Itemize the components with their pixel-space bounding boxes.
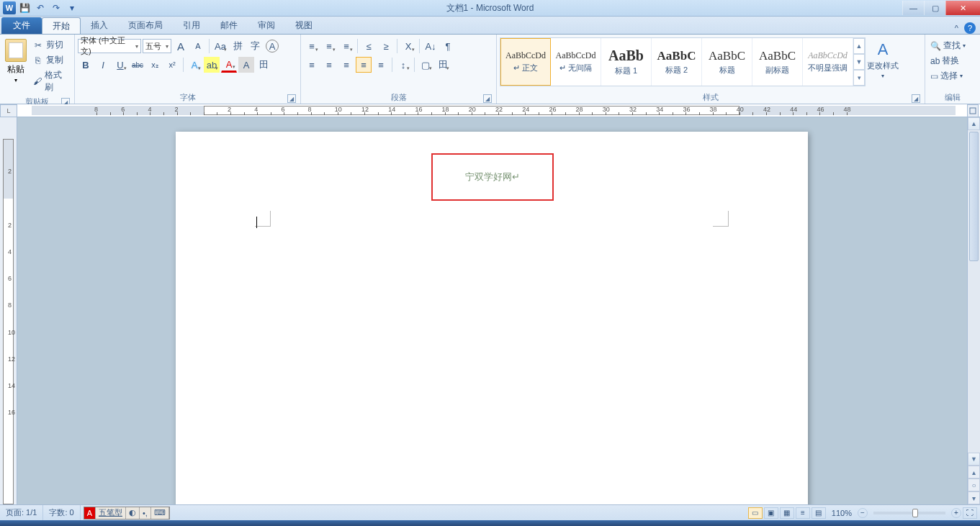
scroll-up-button[interactable]: ▲ <box>968 117 980 130</box>
ruler-toggle-button[interactable] <box>967 104 979 117</box>
view-web-layout[interactable]: ▦ <box>780 507 794 519</box>
prev-page-button[interactable]: ▴ <box>968 466 980 479</box>
style-heading2[interactable]: AaBbC标题 2 <box>652 38 702 86</box>
vertical-ruler[interactable]: 2246810121416 <box>0 117 17 504</box>
font-color-button[interactable]: A▾ <box>221 57 237 73</box>
styles-scroll-down[interactable]: ▼ <box>853 54 865 70</box>
font-dialog-launcher[interactable]: ◢ <box>287 94 296 103</box>
scroll-thumb[interactable] <box>969 132 979 261</box>
strikethrough-button[interactable]: abc <box>130 57 145 73</box>
style-no-spacing[interactable]: AaBbCcDd↵ 无间隔 <box>551 38 601 86</box>
ime-name[interactable]: 五笔型 <box>96 507 126 519</box>
app-icon[interactable]: W <box>3 1 16 14</box>
close-button[interactable]: ✕ <box>945 1 980 15</box>
zoom-fit-button[interactable]: ⛶ <box>963 507 977 519</box>
tab-insert[interactable]: 插入 <box>81 17 118 34</box>
format-painter-button[interactable]: 🖌格式刷 <box>31 68 70 94</box>
grow-font-button[interactable]: A <box>173 38 189 54</box>
document-viewport[interactable]: 宁双学好网↵ <box>17 117 967 504</box>
styles-dialog-launcher[interactable]: ◢ <box>912 94 920 103</box>
align-distributed-button[interactable]: ≡ <box>373 57 389 73</box>
style-subtle-emphasis[interactable]: AaBbCcDd不明显强调 <box>803 38 853 86</box>
text-effects-button[interactable]: A▾ <box>186 57 202 73</box>
view-outline[interactable]: ≡ <box>796 507 810 519</box>
qat-redo-button[interactable]: ↷ <box>49 1 63 14</box>
ribbon-minimize-button[interactable]: ^ <box>955 24 958 32</box>
tab-references[interactable]: 引用 <box>173 17 210 34</box>
numbering-button[interactable]: ≡▾ <box>321 38 337 54</box>
change-styles-button[interactable]: A 更改样式 ▾ <box>866 37 900 82</box>
align-right-button[interactable]: ≡ <box>338 57 354 73</box>
help-button[interactable]: ? <box>964 22 976 34</box>
ime-shape[interactable]: ◐ <box>126 507 140 519</box>
superscript-button[interactable]: x² <box>164 57 180 73</box>
select-button[interactable]: ▭选择▾ <box>928 69 965 83</box>
font-family-combo[interactable]: 宋体 (中文正文)▾ <box>78 39 141 53</box>
word-count[interactable]: 字数: 0 <box>43 505 80 520</box>
style-heading1[interactable]: AaBb标题 1 <box>601 38 652 86</box>
bold-button[interactable]: B <box>78 57 94 73</box>
tab-view[interactable]: 视图 <box>285 17 323 34</box>
styles-scroll-up[interactable]: ▲ <box>853 38 865 54</box>
underline-button[interactable]: U▾ <box>112 57 128 73</box>
scroll-track[interactable] <box>968 130 980 453</box>
browse-object-button[interactable]: ○ <box>968 479 980 491</box>
copy-button[interactable]: ⎘复制 <box>31 53 70 67</box>
scroll-down-button[interactable]: ▼ <box>968 453 980 466</box>
increase-indent-button[interactable]: ≥ <box>378 38 394 54</box>
ime-punct[interactable]: •, <box>140 507 151 519</box>
zoom-level[interactable]: 110% <box>832 509 852 517</box>
show-marks-button[interactable]: ¶ <box>440 38 456 54</box>
shrink-font-button[interactable]: A <box>190 38 206 54</box>
change-case-button[interactable]: Aa▾ <box>212 38 228 54</box>
view-print-layout[interactable]: ▭ <box>748 507 763 519</box>
font-size-combo[interactable]: 五号▾ <box>143 39 171 53</box>
tab-review[interactable]: 审阅 <box>248 17 285 34</box>
bullets-button[interactable]: ≡▾ <box>304 38 320 54</box>
zoom-out-button[interactable]: − <box>858 508 868 518</box>
zoom-slider[interactable] <box>873 512 945 514</box>
tab-mailings[interactable]: 邮件 <box>210 17 248 34</box>
cut-button[interactable]: ✂剪切 <box>31 38 70 52</box>
view-full-screen[interactable]: ▣ <box>764 507 778 519</box>
tab-page-layout[interactable]: 页面布局 <box>118 17 173 34</box>
page[interactable]: 宁双学好网↵ <box>176 132 808 504</box>
style-subtitle[interactable]: AaBbC副标题 <box>752 38 803 86</box>
styles-expand[interactable]: ▾ <box>853 70 865 86</box>
multilevel-list-button[interactable]: ≡▾ <box>338 38 354 54</box>
ime-softkb[interactable]: ⌨ <box>151 507 169 519</box>
qat-customize-button[interactable]: ▾ <box>65 1 79 14</box>
tab-file[interactable]: 文件 <box>1 17 42 34</box>
borders-button[interactable]: 田▾ <box>435 57 451 73</box>
horizontal-ruler[interactable]: 8642246810121416182022242628303234363840… <box>17 104 980 117</box>
sort-button[interactable]: A↓ <box>423 38 439 54</box>
asian-layout-button[interactable]: X▾ <box>400 38 416 54</box>
align-left-button[interactable]: ≡ <box>304 57 320 73</box>
decrease-indent-button[interactable]: ≤ <box>361 38 377 54</box>
style-title[interactable]: AaBbC标题 <box>702 38 752 86</box>
tab-selector[interactable]: L <box>0 104 17 117</box>
char-box-button[interactable]: 田 <box>256 57 271 73</box>
qat-undo-button[interactable]: ↶ <box>33 1 48 14</box>
minimize-button[interactable]: — <box>902 1 924 15</box>
subscript-button[interactable]: x₂ <box>147 57 163 73</box>
replace-button[interactable]: ab替换 <box>928 54 961 68</box>
char-shading-button[interactable]: A <box>238 57 254 73</box>
align-justify-button[interactable]: ≡ <box>356 57 372 73</box>
ime-icon[interactable]: A <box>84 507 96 519</box>
find-button[interactable]: 🔍查找▾ <box>928 39 968 53</box>
shading-button[interactable]: ▢▾ <box>418 57 433 73</box>
view-draft[interactable]: ▤ <box>812 507 826 519</box>
align-center-button[interactable]: ≡ <box>321 57 337 73</box>
style-normal[interactable]: AaBbCcDd↵ 正文 <box>500 38 551 86</box>
enclose-char-button[interactable]: A <box>266 40 279 53</box>
phonetic-guide-button[interactable]: 拼 <box>230 38 246 54</box>
char-border-button[interactable]: 字 <box>247 38 263 54</box>
paste-button[interactable]: 粘贴 ▾ <box>3 36 30 83</box>
paragraph-dialog-launcher[interactable]: ◢ <box>483 94 492 103</box>
zoom-in-button[interactable]: + <box>951 508 961 518</box>
page-indicator[interactable]: 页面: 1/1 <box>0 505 43 520</box>
highlight-button[interactable]: ab▾ <box>204 57 220 73</box>
italic-button[interactable]: I <box>95 57 111 73</box>
tab-home[interactable]: 开始 <box>42 17 81 34</box>
